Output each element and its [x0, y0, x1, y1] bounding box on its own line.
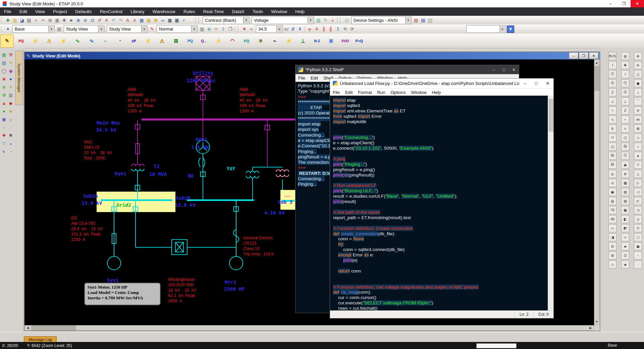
diagram-label-line: 38PM40: [127, 92, 156, 98]
editor-menu-item[interactable]: Format: [355, 90, 374, 95]
diagram-label-line: Size: 200E: [84, 155, 112, 161]
grid2[interactable]: Grid2: [116, 192, 131, 218]
diagram-label-line: 1200 MVAsc: [186, 78, 216, 84]
diagram-label-line: SMU-20: [84, 145, 112, 150]
diagram-label-line: CR123: [243, 241, 273, 246]
diagram-label-line: 101.3 kA Peak: [71, 232, 103, 237]
editor-scrollbar[interactable]: [548, 96, 553, 311]
diagram-label-line: Trip Amp: 116.9: [243, 251, 273, 257]
editor-menu-item[interactable]: Options: [388, 90, 408, 95]
diagram-label-line: 2000 A: [168, 298, 196, 304]
diagram-label-line: Y∆Y: [227, 166, 238, 171]
gen1-mw[interactable]: 7.5 MW: [191, 134, 209, 161]
diagram-label-line: ABB: [127, 87, 156, 92]
diagram-label-line: 150-DVP-500: [168, 282, 196, 288]
diagram-label-line: ABB: [239, 87, 268, 92]
python-editor-window: Unbalanced Load Flow.py - D:\OneDrive\On…: [330, 78, 554, 318]
mtr2-hp[interactable]: 2500 HP: [224, 275, 245, 303]
abb-breaker-left[interactable]: ABB38PM4040 kA 38 kV108 kA Peak1200 A: [127, 78, 156, 123]
diagram-label-line: 28.9 kA 15 kV: [71, 226, 103, 232]
shell-menu-item[interactable]: File: [296, 76, 308, 81]
vector-group[interactable]: Y∆Y: [227, 155, 238, 182]
python-icon: [333, 81, 338, 86]
editor-menu-item[interactable]: Window: [408, 90, 429, 95]
general-electric-relay[interactable]: General ElectricCR123Class 10Trip Amp: 1…: [243, 226, 273, 266]
editor-statusbar: Ln: 2 Col: 0: [330, 310, 553, 318]
main-bus-bar[interactable]: [142, 118, 295, 120]
annotation-box[interactable]: Syn1 Motor, 1250 HPLoad Model = Centr. C…: [84, 283, 161, 305]
editor-menubar: FileEditFormatRunOptionsWindowHelp: [330, 89, 553, 96]
diagram-label-line: 7.5 MW: [191, 144, 209, 150]
shell-titlebar[interactable]: *Python 3.5.2 Shell* – □ ✕: [296, 65, 519, 74]
utility-rating[interactable]: 1200 MVAsc: [186, 67, 216, 94]
diagram-label-line: BD: [188, 173, 200, 179]
diagram-label-line: 38PM40: [239, 92, 268, 98]
line-indicator: Ln: 2: [515, 311, 533, 318]
sub2b-bus-bar[interactable]: [187, 199, 254, 201]
column-indicator: Col: 0: [533, 311, 553, 318]
ge-breaker[interactable]: GEAM-13.8-75028.9 kA 15 kV101.3 kA Peak1…: [71, 206, 103, 252]
diagram-label-line: 10 kA 38 kV: [84, 150, 112, 155]
abb-breaker-right[interactable]: ABB38PM4040 kA 38 kV108 kA Peak1200 A: [239, 78, 268, 123]
sc-fuse[interactable]: S&CSMU-2010 kA 38 kVSize: 200E: [84, 130, 112, 170]
diagram-label-line: 18 kA 15 kV: [168, 288, 196, 293]
editor-menu-item[interactable]: Edit: [342, 90, 355, 95]
shell-restore-button[interactable]: □: [499, 65, 509, 74]
shell-title: *Python 3.5.2 Shell*: [305, 67, 344, 72]
shell-close-button[interactable]: ✕: [509, 65, 519, 74]
diagram-label-line: Dyn1: [115, 170, 126, 177]
editor-menu-item[interactable]: Run: [375, 90, 388, 95]
diagram-label-line: 40 kA 38 kV: [239, 98, 268, 103]
shell-minimize-button[interactable]: –: [489, 65, 499, 74]
diagram-label-line: 13.8 kV: [175, 202, 196, 208]
diagram-label-line: 13.8 kV: [82, 200, 102, 206]
sub2a-bus-bar[interactable]: [101, 199, 172, 201]
editor-restore-button[interactable]: □: [531, 79, 542, 88]
python-icon: [298, 67, 303, 72]
editor-scroll-thumb[interactable]: [549, 99, 553, 132]
editor-minimize-button[interactable]: –: [519, 79, 531, 88]
diagram-label-line: Grid2: [116, 202, 131, 208]
annotation-line: Syn1 Motor, 1250 HP: [88, 285, 157, 290]
editor-menu-item[interactable]: File: [330, 90, 342, 95]
diagram-label-line: 40 kA 38 kV: [127, 98, 156, 103]
editor-titlebar[interactable]: Unbalanced Load Flow.py - D:\OneDrive\On…: [330, 79, 553, 89]
diagram-label-line: 4.16 kV: [264, 210, 285, 216]
diagram-label-line: S&C: [84, 139, 112, 145]
dyn1[interactable]: Dyn1: [115, 160, 126, 187]
diagram-label-line: AM-13.8-750: [71, 221, 103, 226]
diagram-label-line: 108 kA Peak: [239, 103, 268, 108]
editor-menu-item[interactable]: Help: [429, 90, 443, 95]
sub3-kv[interactable]: 4.16 kV: [264, 199, 285, 227]
diagram-label-line: GE: [71, 215, 103, 221]
westinghouse-breaker[interactable]: Westinghouse150-DVP-50018 kA 15 kV62.1 k…: [168, 267, 196, 313]
shell-menu-item[interactable]: Edit: [308, 76, 321, 81]
grid2-highlight[interactable]: [97, 192, 175, 212]
t2-secondary-coil: [131, 169, 144, 171]
editor-close-button[interactable]: ✕: [542, 79, 553, 88]
diagram-label-line: General Electric: [243, 235, 273, 241]
diagram-label-line: 108 kA Peak: [127, 103, 156, 108]
diagram-label-line: 2500 HP: [224, 286, 245, 292]
diagram-label-line: 62.1 kA Peak: [168, 293, 196, 298]
annotation-line: Inertia = 0.799 MW-Sec/MVA: [88, 295, 157, 301]
diagram-label-line: 1200 A: [239, 108, 268, 114]
diagram-label-line: Westinghouse: [168, 277, 196, 282]
editor-title: Unbalanced Load Flow.py - D:\OneDrive\On…: [340, 81, 519, 86]
t2-mva[interactable]: 10 MVA: [149, 160, 167, 188]
diagram-label-line: Class 10: [243, 246, 273, 251]
t2-primary-coil: [131, 164, 144, 166]
sub2b-kv[interactable]: 13.8 kV: [175, 191, 196, 219]
annotation-line: Load Model = Centr. Comp: [88, 290, 157, 295]
diagram-label-line: 1200 A: [71, 237, 103, 242]
mtr2-symbol: [229, 256, 243, 270]
code-editor[interactable]: import etapimport sqlite3import xml.etre…: [330, 96, 548, 311]
diagram-label-line: 1200 A: [127, 108, 156, 114]
diagram-label-line: 10 MVA: [149, 171, 167, 177]
t3-primary-coil: [246, 171, 259, 173]
